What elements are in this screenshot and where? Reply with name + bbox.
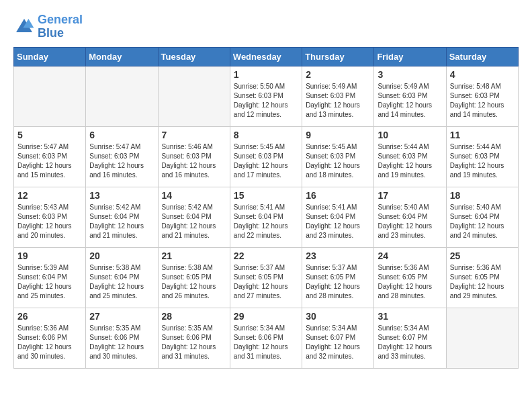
calendar-cell: 23Sunrise: 5:37 AM Sunset: 6:05 PM Dayli… <box>302 247 374 308</box>
weekday-header: Thursday <box>302 47 374 66</box>
day-number: 20 <box>89 250 154 261</box>
page-header: GeneralBlue <box>13 13 519 40</box>
day-number: 24 <box>378 250 442 261</box>
calendar-cell: 7Sunrise: 5:46 AM Sunset: 6:03 PM Daylig… <box>158 126 230 187</box>
day-info: Sunrise: 5:34 AM Sunset: 6:07 PM Dayligh… <box>378 324 442 361</box>
day-info: Sunrise: 5:36 AM Sunset: 6:05 PM Dayligh… <box>450 263 515 301</box>
day-number: 29 <box>234 311 298 322</box>
calendar-cell: 10Sunrise: 5:44 AM Sunset: 6:03 PM Dayli… <box>374 126 446 187</box>
calendar-cell: 9Sunrise: 5:45 AM Sunset: 6:03 PM Daylig… <box>302 126 374 187</box>
day-info: Sunrise: 5:48 AM Sunset: 6:03 PM Dayligh… <box>450 82 515 120</box>
calendar-cell: 17Sunrise: 5:40 AM Sunset: 6:04 PM Dayli… <box>374 187 446 247</box>
calendar-cell: 21Sunrise: 5:38 AM Sunset: 6:05 PM Dayli… <box>158 247 230 308</box>
logo-icon <box>13 16 35 38</box>
day-info: Sunrise: 5:43 AM Sunset: 6:03 PM Dayligh… <box>17 203 82 240</box>
calendar-cell: 12Sunrise: 5:43 AM Sunset: 6:03 PM Dayli… <box>14 187 86 247</box>
day-number: 12 <box>17 190 82 201</box>
calendar-cell <box>86 66 158 126</box>
day-info: Sunrise: 5:45 AM Sunset: 6:03 PM Dayligh… <box>234 142 298 180</box>
calendar-week-row: 12Sunrise: 5:43 AM Sunset: 6:03 PM Dayli… <box>14 187 519 247</box>
day-number: 9 <box>306 130 370 140</box>
day-info: Sunrise: 5:34 AM Sunset: 6:07 PM Dayligh… <box>306 324 370 361</box>
day-number: 28 <box>162 311 226 322</box>
day-info: Sunrise: 5:40 AM Sunset: 6:04 PM Dayligh… <box>450 203 515 240</box>
weekday-header: Saturday <box>446 47 518 66</box>
day-info: Sunrise: 5:49 AM Sunset: 6:03 PM Dayligh… <box>306 82 370 120</box>
calendar-cell: 4Sunrise: 5:48 AM Sunset: 6:03 PM Daylig… <box>446 66 518 126</box>
day-info: Sunrise: 5:35 AM Sunset: 6:06 PM Dayligh… <box>162 324 226 361</box>
calendar-cell: 14Sunrise: 5:42 AM Sunset: 6:04 PM Dayli… <box>158 187 230 247</box>
weekday-header: Tuesday <box>158 47 230 66</box>
day-number: 4 <box>450 69 515 80</box>
day-number: 14 <box>162 190 226 201</box>
calendar-cell: 25Sunrise: 5:36 AM Sunset: 6:05 PM Dayli… <box>446 247 518 308</box>
calendar-cell: 16Sunrise: 5:41 AM Sunset: 6:04 PM Dayli… <box>302 187 374 247</box>
day-number: 16 <box>306 190 370 201</box>
day-info: Sunrise: 5:41 AM Sunset: 6:04 PM Dayligh… <box>306 203 370 240</box>
day-info: Sunrise: 5:37 AM Sunset: 6:05 PM Dayligh… <box>234 263 298 301</box>
day-info: Sunrise: 5:37 AM Sunset: 6:05 PM Dayligh… <box>306 263 370 301</box>
calendar-cell: 2Sunrise: 5:49 AM Sunset: 6:03 PM Daylig… <box>302 66 374 126</box>
calendar-week-row: 5Sunrise: 5:47 AM Sunset: 6:03 PM Daylig… <box>14 126 519 187</box>
calendar-cell: 6Sunrise: 5:47 AM Sunset: 6:03 PM Daylig… <box>86 126 158 187</box>
day-number: 30 <box>306 311 370 322</box>
day-info: Sunrise: 5:36 AM Sunset: 6:05 PM Dayligh… <box>378 263 442 301</box>
calendar-cell: 1Sunrise: 5:50 AM Sunset: 6:03 PM Daylig… <box>230 66 302 126</box>
day-number: 6 <box>89 130 154 140</box>
calendar-cell: 29Sunrise: 5:34 AM Sunset: 6:06 PM Dayli… <box>230 308 302 368</box>
calendar-cell: 11Sunrise: 5:44 AM Sunset: 6:03 PM Dayli… <box>446 126 518 187</box>
day-number: 7 <box>162 130 226 140</box>
day-number: 25 <box>450 250 515 261</box>
calendar-cell: 13Sunrise: 5:42 AM Sunset: 6:04 PM Dayli… <box>86 187 158 247</box>
calendar-cell: 15Sunrise: 5:41 AM Sunset: 6:04 PM Dayli… <box>230 187 302 247</box>
day-number: 3 <box>378 69 442 80</box>
day-number: 8 <box>234 130 298 140</box>
calendar-cell: 22Sunrise: 5:37 AM Sunset: 6:05 PM Dayli… <box>230 247 302 308</box>
day-number: 21 <box>162 250 226 261</box>
calendar-week-row: 1Sunrise: 5:50 AM Sunset: 6:03 PM Daylig… <box>14 66 519 126</box>
day-info: Sunrise: 5:39 AM Sunset: 6:04 PM Dayligh… <box>17 263 82 301</box>
day-info: Sunrise: 5:36 AM Sunset: 6:06 PM Dayligh… <box>17 324 82 361</box>
weekday-header: Friday <box>374 47 446 66</box>
day-number: 10 <box>378 130 442 140</box>
calendar-cell: 19Sunrise: 5:39 AM Sunset: 6:04 PM Dayli… <box>14 247 86 308</box>
calendar-cell: 31Sunrise: 5:34 AM Sunset: 6:07 PM Dayli… <box>374 308 446 368</box>
day-number: 31 <box>378 311 442 322</box>
weekday-header: Sunday <box>14 47 86 66</box>
logo: GeneralBlue <box>13 13 83 40</box>
calendar-cell <box>14 66 86 126</box>
day-info: Sunrise: 5:49 AM Sunset: 6:03 PM Dayligh… <box>378 82 442 120</box>
calendar-cell: 27Sunrise: 5:35 AM Sunset: 6:06 PM Dayli… <box>86 308 158 368</box>
day-info: Sunrise: 5:41 AM Sunset: 6:04 PM Dayligh… <box>234 203 298 240</box>
day-number: 15 <box>234 190 298 201</box>
day-info: Sunrise: 5:44 AM Sunset: 6:03 PM Dayligh… <box>378 142 442 180</box>
day-info: Sunrise: 5:42 AM Sunset: 6:04 PM Dayligh… <box>89 203 154 240</box>
day-info: Sunrise: 5:35 AM Sunset: 6:06 PM Dayligh… <box>89 324 154 361</box>
calendar-cell <box>158 66 230 126</box>
calendar-week-row: 19Sunrise: 5:39 AM Sunset: 6:04 PM Dayli… <box>14 247 519 308</box>
calendar-cell: 24Sunrise: 5:36 AM Sunset: 6:05 PM Dayli… <box>374 247 446 308</box>
calendar-cell: 26Sunrise: 5:36 AM Sunset: 6:06 PM Dayli… <box>14 308 86 368</box>
day-number: 1 <box>234 69 298 80</box>
day-info: Sunrise: 5:44 AM Sunset: 6:03 PM Dayligh… <box>450 142 515 180</box>
calendar-cell: 3Sunrise: 5:49 AM Sunset: 6:03 PM Daylig… <box>374 66 446 126</box>
logo-text: GeneralBlue <box>38 13 83 40</box>
calendar-table: SundayMondayTuesdayWednesdayThursdayFrid… <box>13 47 519 369</box>
calendar-cell: 30Sunrise: 5:34 AM Sunset: 6:07 PM Dayli… <box>302 308 374 368</box>
day-info: Sunrise: 5:47 AM Sunset: 6:03 PM Dayligh… <box>89 142 154 180</box>
day-number: 26 <box>17 311 82 322</box>
calendar-cell: 20Sunrise: 5:38 AM Sunset: 6:04 PM Dayli… <box>86 247 158 308</box>
weekday-header: Wednesday <box>230 47 302 66</box>
day-info: Sunrise: 5:45 AM Sunset: 6:03 PM Dayligh… <box>306 142 370 180</box>
calendar-week-row: 26Sunrise: 5:36 AM Sunset: 6:06 PM Dayli… <box>14 308 519 368</box>
day-number: 22 <box>234 250 298 261</box>
calendar-cell: 8Sunrise: 5:45 AM Sunset: 6:03 PM Daylig… <box>230 126 302 187</box>
day-info: Sunrise: 5:47 AM Sunset: 6:03 PM Dayligh… <box>17 142 82 180</box>
calendar-cell <box>446 308 518 368</box>
day-number: 27 <box>89 311 154 322</box>
weekday-header: Monday <box>86 47 158 66</box>
day-number: 18 <box>450 190 515 201</box>
day-number: 13 <box>89 190 154 201</box>
day-number: 2 <box>306 69 370 80</box>
day-info: Sunrise: 5:34 AM Sunset: 6:06 PM Dayligh… <box>234 324 298 361</box>
